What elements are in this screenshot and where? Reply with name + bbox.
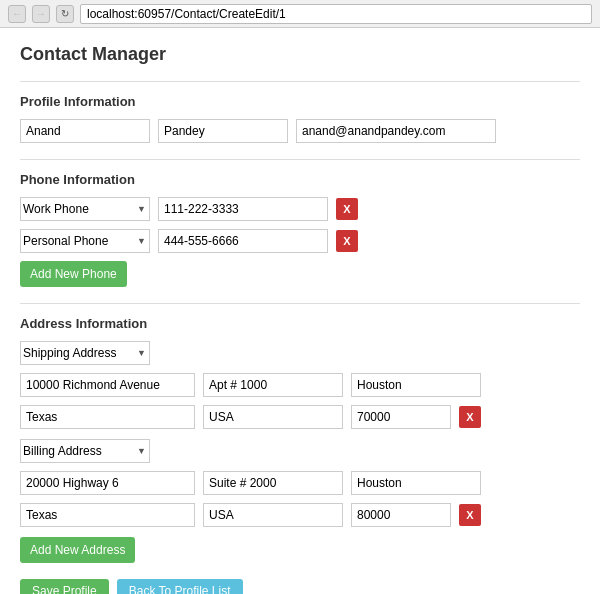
save-profile-button[interactable]: Save Profile xyxy=(20,579,109,594)
address-street-input-1[interactable] xyxy=(20,471,195,495)
phone-section: Phone Information Work Phone Personal Ph… xyxy=(20,172,580,287)
forward-button[interactable]: → xyxy=(32,5,50,23)
address-zip-input-0[interactable] xyxy=(351,405,451,429)
address-state-input-1[interactable] xyxy=(20,503,195,527)
remove-phone-button-1[interactable]: X xyxy=(336,230,358,252)
address-country-input-0[interactable] xyxy=(203,405,343,429)
phone-row-0: Work Phone Personal Phone Mobile Phone X xyxy=(20,197,580,221)
last-name-input[interactable] xyxy=(158,119,288,143)
add-address-button[interactable]: Add New Address xyxy=(20,537,135,563)
add-phone-row: Add New Phone xyxy=(20,261,580,287)
profile-section-title: Profile Information xyxy=(20,94,580,109)
address-row1-1 xyxy=(20,471,580,495)
address-country-input-1[interactable] xyxy=(203,503,343,527)
address-row2-0: X xyxy=(20,405,580,429)
address-city-input-0[interactable] xyxy=(351,373,481,397)
remove-phone-button-0[interactable]: X xyxy=(336,198,358,220)
address-section-title: Address Information xyxy=(20,316,580,331)
address-type-wrapper-1: Shipping Address Billing Address xyxy=(20,439,150,463)
address-state-input-0[interactable] xyxy=(20,405,195,429)
remove-address-button-0[interactable]: X xyxy=(459,406,481,428)
phone-type-wrapper-0: Work Phone Personal Phone Mobile Phone xyxy=(20,197,150,221)
first-name-input[interactable] xyxy=(20,119,150,143)
page-title: Contact Manager xyxy=(20,44,580,65)
address-type-row-0: Shipping Address Billing Address xyxy=(20,341,580,365)
phone-row-1: Work Phone Personal Phone Mobile Phone X xyxy=(20,229,580,253)
phone-number-input-0[interactable] xyxy=(158,197,328,221)
address-block-1: Shipping Address Billing Address X xyxy=(20,439,580,527)
address-apt-input-0[interactable] xyxy=(203,373,343,397)
reload-button[interactable]: ↻ xyxy=(56,5,74,23)
page-content: Contact Manager Profile Information Phon… xyxy=(0,28,600,594)
address-type-wrapper-0: Shipping Address Billing Address xyxy=(20,341,150,365)
address-bar[interactable] xyxy=(80,4,592,24)
email-input[interactable] xyxy=(296,119,496,143)
address-type-row-1: Shipping Address Billing Address xyxy=(20,439,580,463)
phone-type-select-0[interactable]: Work Phone Personal Phone Mobile Phone xyxy=(20,197,150,221)
browser-toolbar: ← → ↻ xyxy=(0,0,600,28)
address-apt-input-1[interactable] xyxy=(203,471,343,495)
back-to-list-button[interactable]: Back To Profile List xyxy=(117,579,243,594)
profile-section: Profile Information xyxy=(20,94,580,143)
address-row2-1: X xyxy=(20,503,580,527)
address-zip-input-1[interactable] xyxy=(351,503,451,527)
add-address-row: Add New Address xyxy=(20,537,580,563)
address-street-input-0[interactable] xyxy=(20,373,195,397)
phone-type-select-1[interactable]: Work Phone Personal Phone Mobile Phone xyxy=(20,229,150,253)
address-row1-0 xyxy=(20,373,580,397)
phone-section-title: Phone Information xyxy=(20,172,580,187)
remove-address-button-1[interactable]: X xyxy=(459,504,481,526)
phone-number-input-1[interactable] xyxy=(158,229,328,253)
phone-type-wrapper-1: Work Phone Personal Phone Mobile Phone xyxy=(20,229,150,253)
address-city-input-1[interactable] xyxy=(351,471,481,495)
address-block-0: Shipping Address Billing Address X xyxy=(20,341,580,429)
footer-actions: Save Profile Back To Profile List xyxy=(20,579,580,594)
back-button[interactable]: ← xyxy=(8,5,26,23)
address-type-select-0[interactable]: Shipping Address Billing Address xyxy=(20,341,150,365)
address-section: Address Information Shipping Address Bil… xyxy=(20,316,580,563)
profile-name-row xyxy=(20,119,580,143)
add-phone-button[interactable]: Add New Phone xyxy=(20,261,127,287)
address-type-select-1[interactable]: Shipping Address Billing Address xyxy=(20,439,150,463)
